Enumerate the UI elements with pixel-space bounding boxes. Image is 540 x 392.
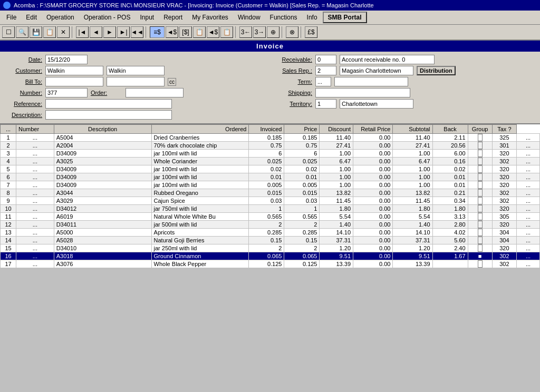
toolbar-first[interactable]: |◄ bbox=[76, 26, 89, 38]
row-dots[interactable]: ... bbox=[16, 244, 54, 252]
table-row[interactable]: 3 ... D34009 jar 100ml with lid 6 6 1.00… bbox=[1, 150, 540, 158]
toolbar-new[interactable]: ☐ bbox=[2, 26, 15, 38]
row-tax[interactable]: ... bbox=[516, 181, 539, 189]
billto-input-1[interactable] bbox=[45, 77, 103, 86]
row-tax[interactable]: ... bbox=[516, 244, 539, 252]
menu-edit[interactable]: Edit bbox=[22, 13, 41, 22]
table-row[interactable]: 17 ... A3076 Whole Black Pepper 0.125 0.… bbox=[1, 260, 540, 268]
toolbar-delete[interactable]: ✕ bbox=[57, 26, 70, 38]
distribution-button[interactable]: Distribution bbox=[417, 66, 456, 75]
territory-name-input[interactable] bbox=[340, 99, 413, 109]
row-dots[interactable]: ... bbox=[16, 229, 54, 237]
menu-info[interactable]: Info bbox=[303, 13, 322, 22]
row-dots[interactable]: ... bbox=[16, 260, 54, 268]
toolbar-btn-11[interactable]: £$ bbox=[305, 26, 317, 38]
toolbar-rewind[interactable]: ◄◄ bbox=[131, 26, 143, 38]
row-back[interactable] bbox=[468, 244, 492, 252]
toolbar-btn-8[interactable]: 3→ bbox=[253, 26, 266, 38]
account-receivable-input[interactable] bbox=[340, 55, 435, 64]
row-tax[interactable]: ... bbox=[516, 260, 539, 268]
toolbar-save[interactable]: 💾 bbox=[30, 26, 42, 38]
number-input[interactable] bbox=[45, 88, 88, 97]
row-dots[interactable]: ... bbox=[16, 150, 54, 158]
reference-input[interactable] bbox=[45, 99, 172, 109]
row-dots[interactable]: ... bbox=[16, 134, 54, 142]
shipping-input[interactable] bbox=[315, 88, 410, 97]
toolbar-prev[interactable]: ◄ bbox=[90, 26, 102, 38]
row-back[interactable] bbox=[468, 158, 492, 165]
row-dots[interactable]: ... bbox=[16, 237, 54, 244]
table-row[interactable]: 9 ... A3029 Cajun Spice 0.03 0.03 11.45 … bbox=[1, 197, 540, 205]
row-dots[interactable]: ... bbox=[16, 213, 54, 221]
customer-input-2[interactable] bbox=[107, 66, 165, 75]
table-row[interactable]: 12 ... D34011 jar 500ml with lid 2 2 1.4… bbox=[1, 221, 540, 229]
menu-functions[interactable]: Functions bbox=[266, 13, 302, 22]
row-back[interactable] bbox=[468, 221, 492, 229]
table-row[interactable]: 1 ... A5004 Dried Cranberries 0.185 0.18… bbox=[1, 134, 540, 142]
row-back[interactable] bbox=[468, 229, 492, 237]
row-back[interactable] bbox=[468, 173, 492, 181]
menu-input[interactable]: Input bbox=[136, 13, 158, 22]
row-back[interactable] bbox=[468, 150, 492, 158]
row-back[interactable] bbox=[468, 213, 492, 221]
row-tax[interactable]: ... bbox=[516, 142, 539, 150]
table-row[interactable]: 10 ... D34012 jar 750ml with lid 1 1 1.8… bbox=[1, 205, 540, 213]
row-back[interactable] bbox=[468, 134, 492, 142]
order-input[interactable] bbox=[126, 88, 184, 97]
table-row[interactable]: 5 ... D34009 jar 100ml with lid 0.02 0.0… bbox=[1, 165, 540, 173]
toolbar-invoice[interactable]: ≡$ bbox=[150, 26, 165, 38]
smb-portal-button[interactable]: SMB Portal bbox=[323, 12, 367, 23]
row-tax[interactable]: ... bbox=[516, 252, 539, 260]
row-back[interactable] bbox=[468, 142, 492, 150]
row-tax[interactable]: ... bbox=[516, 165, 539, 173]
toolbar-next[interactable]: ► bbox=[103, 26, 116, 38]
row-tax[interactable]: ... bbox=[516, 158, 539, 165]
row-dots[interactable]: ... bbox=[16, 181, 54, 189]
row-back[interactable] bbox=[468, 189, 492, 197]
toolbar-btn-4[interactable]: 📋 bbox=[193, 26, 206, 38]
row-dots[interactable]: ... bbox=[16, 173, 54, 181]
menu-operation[interactable]: Operation bbox=[42, 13, 79, 22]
row-dots[interactable]: ... bbox=[16, 142, 54, 150]
table-row[interactable]: 13 ... A5000 Apricots 0.285 0.285 14.10 … bbox=[1, 229, 540, 237]
table-row[interactable]: 8 ... A3044 Rubbed Oregano 0.015 0.015 1… bbox=[1, 189, 540, 197]
row-tax[interactable]: ... bbox=[516, 213, 539, 221]
row-back[interactable] bbox=[468, 260, 492, 268]
toolbar-last[interactable]: ►| bbox=[117, 26, 130, 38]
salesrep-input[interactable] bbox=[315, 66, 336, 75]
table-row[interactable]: 4 ... A3025 Whole Coriander 0.025 0.025 … bbox=[1, 158, 540, 165]
row-back[interactable] bbox=[468, 205, 492, 213]
row-dots[interactable]: ... bbox=[16, 197, 54, 205]
row-tax[interactable]: ... bbox=[516, 205, 539, 213]
receivable-input[interactable] bbox=[315, 55, 336, 64]
row-back[interactable]: ■ bbox=[468, 252, 492, 260]
row-dots[interactable]: ... bbox=[16, 252, 54, 260]
table-row[interactable]: 11 ... A6019 Natural Whole White Bu 0.56… bbox=[1, 213, 540, 221]
menu-window[interactable]: Window bbox=[234, 13, 265, 22]
customer-input-1[interactable] bbox=[45, 66, 103, 75]
row-tax[interactable]: ... bbox=[516, 134, 539, 142]
billto-input-2[interactable] bbox=[107, 77, 165, 86]
row-back[interactable] bbox=[468, 181, 492, 189]
description-input[interactable] bbox=[45, 110, 172, 120]
table-row[interactable]: 14 ... A5028 Natural Goji Berries 0.15 0… bbox=[1, 237, 540, 244]
row-dots[interactable]: ... bbox=[16, 189, 54, 197]
table-row[interactable]: 7 ... D34009 jar 100ml with lid 0.005 0.… bbox=[1, 181, 540, 189]
row-tax[interactable]: ... bbox=[516, 189, 539, 197]
toolbar-copy[interactable]: 📋 bbox=[43, 26, 56, 38]
row-tax[interactable]: ... bbox=[516, 197, 539, 205]
term-input[interactable] bbox=[334, 77, 408, 86]
row-dots[interactable]: ... bbox=[16, 165, 54, 173]
row-back[interactable] bbox=[468, 237, 492, 244]
row-back[interactable] bbox=[468, 197, 492, 205]
toolbar-btn-3[interactable]: [$] bbox=[179, 26, 192, 38]
toolbar-btn-9[interactable]: ⊕ bbox=[267, 26, 279, 38]
menu-operation-pos[interactable]: Operation - POS bbox=[80, 13, 135, 22]
toolbar-btn-2[interactable]: ◄$ bbox=[166, 26, 178, 38]
toolbar-btn-7[interactable]: 3← bbox=[239, 26, 252, 38]
table-row[interactable]: 6 ... D34009 jar 100ml with lid 0.01 0.0… bbox=[1, 173, 540, 181]
table-row[interactable]: 2 ... A2004 70% dark chocolate chip 0.75… bbox=[1, 142, 540, 150]
salesrep-name-input[interactable] bbox=[340, 66, 413, 75]
toolbar-find[interactable]: 🔍 bbox=[16, 26, 28, 38]
menu-file[interactable]: File bbox=[2, 13, 21, 22]
